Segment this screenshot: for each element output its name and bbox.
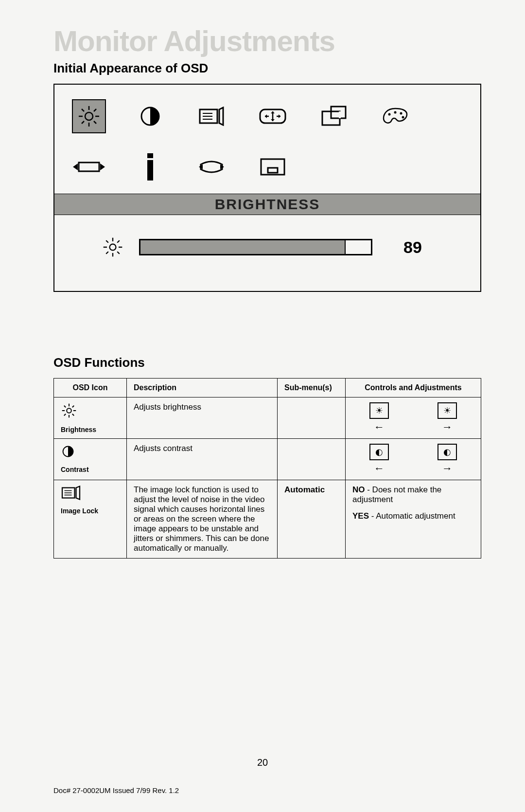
yes-text: - Automatic adjustment — [369, 511, 455, 521]
row-controls: ◐ ← ◐ → — [346, 439, 481, 480]
window-icon — [256, 150, 290, 184]
brightness-icon — [61, 402, 120, 423]
svg-line-7 — [94, 109, 96, 111]
svg-line-49 — [64, 414, 66, 415]
osd-functions-table: OSD Icon Description Sub-menu(s) Control… — [53, 378, 481, 559]
arrow-right-icon: → — [438, 462, 457, 475]
image-size-icon — [317, 99, 351, 133]
svg-line-37 — [106, 240, 108, 243]
th-controls: Controls and Adjustments — [346, 379, 481, 397]
control-decrease: ☀ ← — [369, 402, 389, 433]
svg-point-19 — [388, 113, 391, 116]
brightness-slider-fill — [140, 240, 346, 254]
svg-rect-23 — [79, 162, 99, 171]
page-title: Monitor Adjustments — [53, 24, 481, 58]
control-increase: ◐ → — [438, 444, 457, 475]
svg-rect-31 — [268, 168, 278, 173]
contrast-icon — [61, 444, 120, 463]
arrow-right-icon: → — [438, 421, 457, 433]
no-text: - Does not make the adjustment — [352, 485, 441, 504]
svg-rect-17 — [331, 107, 346, 118]
brightness-icon — [72, 99, 106, 133]
svg-point-41 — [67, 408, 71, 413]
svg-point-0 — [85, 112, 93, 120]
row-description: The image lock function is used to adjus… — [127, 480, 278, 559]
th-osd-icon: OSD Icon — [54, 379, 127, 397]
contrast-icon — [133, 99, 167, 133]
svg-line-47 — [72, 414, 74, 415]
table-row: Brightness Adjusts brightness ☀ ← ☀ → — [54, 397, 481, 439]
row-controls: NO - Does not make the adjustment YES - … — [346, 480, 481, 559]
svg-rect-27 — [147, 160, 153, 180]
arrow-left-icon: ← — [369, 462, 389, 475]
row-submenu — [278, 439, 346, 480]
arrow-left-icon: ← — [369, 421, 389, 433]
th-submenu: Sub-menu(s) — [278, 379, 346, 397]
osd-slider-row: 89 — [69, 233, 466, 262]
svg-line-48 — [72, 406, 74, 407]
svg-line-38 — [117, 252, 120, 254]
yes-label: YES — [352, 511, 369, 521]
brightness-icon-small — [98, 233, 127, 262]
control-decrease: ◐ ← — [369, 444, 389, 475]
brightness-increase-icon: ☀ — [438, 402, 457, 419]
image-position-icon — [256, 99, 290, 133]
tilt-icon — [194, 150, 228, 184]
osd-screenshot: BRIGHTNESS 89 — [53, 84, 481, 292]
row-icon-brightness: Brightness — [54, 397, 127, 439]
th-description: Description — [127, 379, 278, 397]
svg-point-22 — [402, 116, 404, 119]
brightness-decrease-icon: ☀ — [369, 402, 389, 419]
svg-line-6 — [94, 121, 96, 124]
table-row: Image Lock The image lock function is us… — [54, 480, 481, 559]
section-initial-appearance: Initial Appearance of OSD — [53, 61, 481, 76]
row-icon-imagelock: Image Lock — [54, 480, 127, 559]
svg-line-46 — [64, 406, 66, 407]
osd-icon-row-1 — [69, 99, 466, 133]
svg-rect-26 — [147, 153, 153, 158]
color-palette-icon — [378, 99, 412, 133]
row-submenu — [278, 397, 346, 439]
row-icon-label: Contrast — [61, 466, 89, 473]
image-lock-icon — [61, 485, 120, 504]
svg-line-39 — [117, 240, 120, 243]
svg-point-32 — [110, 244, 116, 251]
row-description: Adjusts contrast — [127, 439, 278, 480]
row-icon-label: Image Lock — [61, 507, 98, 515]
hsize-icon — [72, 150, 106, 184]
svg-point-21 — [400, 112, 402, 115]
contrast-increase-icon: ◐ — [438, 444, 457, 460]
osd-icon-row-2 — [69, 150, 466, 184]
svg-marker-25 — [100, 163, 105, 170]
image-lock-icon — [194, 99, 228, 133]
vbar-icon — [133, 150, 167, 184]
svg-marker-24 — [73, 163, 78, 170]
osd-selected-label: BRIGHTNESS — [54, 194, 480, 215]
svg-line-8 — [82, 121, 84, 124]
table-row: Contrast Adjusts contrast ◐ ← ◐ → — [54, 439, 481, 480]
svg-point-20 — [394, 111, 397, 114]
brightness-value: 89 — [403, 238, 422, 257]
row-icon-contrast: Contrast — [54, 439, 127, 480]
row-description: Adjusts brightness — [127, 397, 278, 439]
row-submenu: Automatic — [278, 480, 346, 559]
row-icon-label: Brightness — [61, 426, 96, 433]
no-label: NO — [352, 485, 365, 494]
svg-line-40 — [106, 252, 108, 254]
svg-line-5 — [82, 109, 84, 111]
control-increase: ☀ → — [438, 402, 457, 433]
section-osd-functions: OSD Functions — [53, 355, 481, 370]
page-number: 20 — [0, 757, 525, 768]
doc-footer: Doc# 27-0002UM Issued 7/99 Rev. 1.2 — [53, 786, 179, 794]
row-controls: ☀ ← ☀ → — [346, 397, 481, 439]
contrast-decrease-icon: ◐ — [369, 444, 389, 460]
brightness-slider — [139, 239, 372, 255]
